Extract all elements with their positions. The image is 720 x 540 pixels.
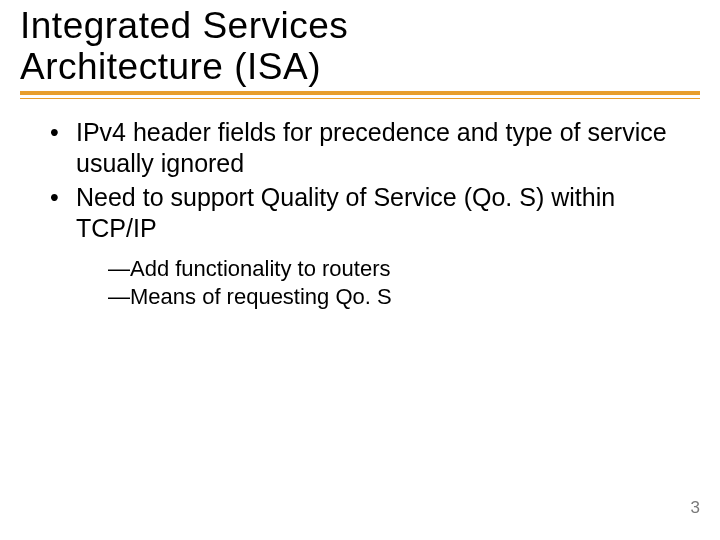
sub-bullet-text: Add functionality to routers — [130, 256, 390, 281]
title-line-2: Architecture (ISA) — [20, 46, 321, 87]
slide: Integrated Services Architecture (ISA) I… — [0, 0, 720, 540]
bullet-item: Need to support Quality of Service (Qo. … — [44, 182, 700, 310]
slide-title: Integrated Services Architecture (ISA) — [20, 6, 700, 87]
bullet-text: IPv4 header fields for precedence and ty… — [76, 118, 667, 177]
bullet-item: IPv4 header fields for precedence and ty… — [44, 117, 700, 178]
sub-bullet-item: —Add functionality to routers — [108, 255, 700, 283]
bullet-list: IPv4 header fields for precedence and ty… — [44, 117, 700, 310]
title-rule-thick — [20, 91, 700, 95]
content-area: IPv4 header fields for precedence and ty… — [20, 117, 700, 310]
emdash-icon: — — [108, 284, 130, 309]
bullet-text: Need to support Quality of Service (Qo. … — [76, 183, 615, 242]
page-number: 3 — [691, 498, 700, 518]
sub-bullet-text: Means of requesting Qo. S — [130, 284, 392, 309]
title-rule-thin — [20, 98, 700, 99]
title-line-1: Integrated Services — [20, 5, 348, 46]
sub-bullet-item: —Means of requesting Qo. S — [108, 283, 700, 311]
sub-bullet-list: —Add functionality to routers —Means of … — [76, 255, 700, 310]
emdash-icon: — — [108, 256, 130, 281]
